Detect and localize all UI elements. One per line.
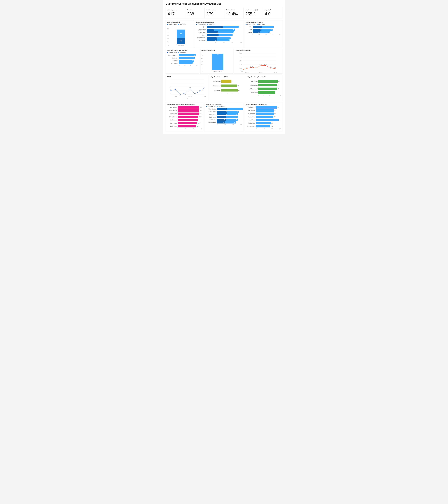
bar-row: Clifton Earnest 250.6	[167, 116, 202, 118]
csat-bar-value: 3.8	[238, 85, 239, 86]
incoming-by-priority-legend: Resolved cases Active cases	[246, 24, 281, 25]
kpi-csat-label: Avg. CSAT	[265, 9, 280, 11]
bar-fill	[178, 112, 199, 115]
handle-time-chart: Agents with highest avg. handle time (hr…	[166, 102, 204, 131]
priority-legend-active: Active cases	[258, 24, 265, 25]
active-seg: 44	[227, 108, 243, 110]
csat-bar-fill	[221, 80, 231, 83]
svg-point-48	[204, 88, 205, 88]
yaxis-500: 500	[167, 28, 169, 29]
kpi-handle-time: Avg. handle time (hrs) 255.1	[243, 8, 263, 18]
svg-text:Oct 06: Oct 06	[174, 96, 177, 97]
mc-legend-active-dot	[217, 106, 218, 107]
svg-text:11.1%: 11.1%	[269, 67, 272, 68]
priority-legend-active-dot	[257, 24, 258, 25]
bar-row: Query|Products 23 29	[196, 39, 241, 41]
svg-text:3.7: 3.7	[199, 90, 200, 91]
svg-text:0.0%: 0.0%	[241, 71, 243, 72]
resolved-seg: 52	[253, 31, 260, 33]
x-axis-val: 300	[201, 128, 202, 129]
csat-bar-fill	[221, 89, 238, 91]
csat-svg-container: 5 4 3 2 1	[167, 78, 207, 99]
bar-label: Query|Information	[196, 37, 207, 38]
resolved-seg: 64	[253, 26, 261, 28]
open-activities-bars: Clifton Earnest 545 Rita Sherman 470 Tru…	[246, 106, 281, 129]
csat-title: CSAT	[167, 76, 207, 78]
svg-point-12	[242, 70, 242, 70]
x-axis-val: 40	[190, 65, 191, 66]
bar-label: Holly Gregory	[167, 107, 178, 108]
lowest-csat-chart: Agents with lowest CSAT Holly Gregory 2.…	[209, 74, 245, 101]
priority-legend-resolved: Resolved cases	[247, 24, 255, 25]
bar-fill	[178, 122, 197, 124]
x-axis-val: 20	[184, 65, 185, 66]
sla-bars: Nearing Noncom... 64 Succeeded 62 In Pro…	[167, 54, 197, 66]
csat-bar-row: Sharon Bentley 3.8	[211, 85, 244, 87]
priority-legend-resolved-dot	[246, 24, 246, 25]
bar-label: High	[246, 26, 253, 28]
sla-status-chart: Incoming cases by SLA status Resolved ca…	[166, 48, 199, 74]
resolved-bar: 179	[177, 38, 185, 44]
active-seg: 33	[227, 111, 239, 113]
kpi-incoming-label: Incoming cases	[168, 9, 183, 11]
escalated-volume-title: Escalated case volume	[236, 50, 281, 51]
x-axis-val: 50	[258, 34, 259, 35]
bar-label: Noah Overby	[207, 116, 217, 118]
x-axis-val: 80	[241, 42, 241, 43]
most-cases-bars: Clifton Earnest 29 44 Trudy Lindsay 29 3…	[207, 108, 241, 125]
svg-point-41	[171, 90, 171, 91]
bar-label: Service|Delivery	[196, 29, 207, 30]
bar-value: 545	[277, 107, 279, 108]
csat-x-axis-label: Year	[167, 98, 207, 99]
bar-fill	[256, 112, 274, 115]
hcsat-bar-label: Darryl Rivero	[248, 92, 258, 93]
hcsat-bar-row: Clifton Earnest 4.3	[248, 88, 281, 90]
kpi-active: Active cases 238	[185, 8, 205, 18]
bar-row: Service 27 32	[196, 34, 241, 36]
x-axis-val: 200	[193, 128, 194, 129]
x-axis-val: 100	[265, 34, 267, 35]
bar-row: Rita Sherman 470	[246, 109, 281, 112]
kpi-csat: Avg. CSAT 4.0	[263, 8, 282, 18]
svg-text:Oct 13: Oct 13	[259, 72, 262, 73]
bar-row: Sharon Bentley 376	[246, 125, 281, 127]
x-axis: 050100150200	[246, 34, 281, 35]
bar-row: Darryl Rivero 29 30	[207, 113, 241, 115]
bar-row: Darryl Rivero 237.7	[167, 122, 202, 124]
kpi-incoming: Incoming cases 417	[166, 8, 185, 18]
case-volume-trend-legend: Resolved cases Active cases	[167, 24, 192, 25]
x-axis-val: 100	[185, 128, 186, 129]
active-seg: 30	[227, 113, 238, 115]
active-seg: 32	[219, 34, 232, 36]
subject-legend-resolved-dot	[196, 24, 197, 25]
highest-csat-bars: Trudy Lindsay 4.5 Rita Sherman 4.3 Clift…	[248, 80, 281, 96]
kpi-active-label: Active cases	[187, 9, 203, 11]
resolved-seg: 29	[217, 108, 227, 110]
svg-text:5: 5	[170, 79, 170, 80]
active-bar: 238	[177, 30, 185, 38]
age-yaxis-250: 250	[201, 54, 203, 55]
bar-row: Query|Information 24 32	[196, 37, 241, 39]
most-cases-legend: Resolved cases Active cases	[207, 106, 241, 107]
most-open-activities-title: Agents with most open activities	[246, 103, 281, 105]
bar-fill	[256, 116, 273, 118]
sla-legend-resolved-dot	[167, 52, 168, 53]
sla-legend: Resolved cases Active cases	[167, 52, 197, 53]
bar-fill	[256, 125, 270, 127]
bar-fill	[256, 109, 274, 112]
yaxis-300: 300	[167, 35, 169, 36]
active-seg: 72	[260, 31, 270, 33]
kpi-escalated-label: Escalated cases	[226, 9, 241, 11]
resolved-seg: 29	[217, 111, 227, 113]
bar-label: Clifton Earnest	[207, 108, 217, 110]
charts-row-2: Incoming cases by SLA status Resolved ca…	[166, 48, 282, 74]
active-seg: 29	[217, 39, 229, 41]
bar-fill	[178, 109, 199, 112]
bar-row: Trudy Lindsay 466	[246, 112, 281, 115]
bar-row: Trudy Lindsay 225.5	[167, 125, 202, 127]
svg-text:26.3%: 26.3%	[259, 64, 262, 65]
kpi-handle-time-label: Avg. handle time (hrs)	[245, 9, 261, 11]
bar-label: Query|Products	[196, 40, 207, 41]
svg-text:1: 1	[170, 94, 170, 95]
svg-text:16.7%: 16.7%	[250, 66, 253, 67]
